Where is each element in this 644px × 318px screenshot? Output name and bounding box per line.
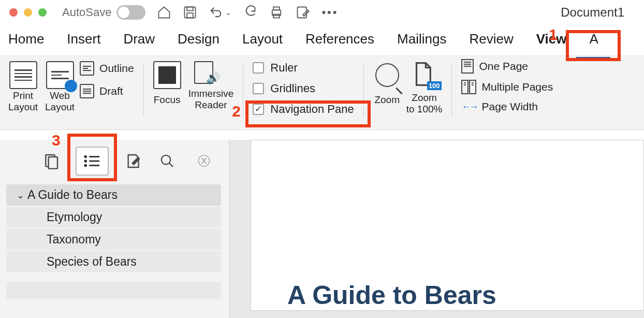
chevron-down-icon[interactable]: ⌄ [225, 8, 231, 17]
annotation-box-2 [245, 100, 371, 127]
home-icon[interactable] [157, 5, 171, 20]
print-icon[interactable] [269, 5, 284, 20]
gridlines-label: Gridlines [270, 82, 315, 95]
chevron-down-icon: ⌄ [17, 190, 24, 201]
draft-icon [80, 84, 94, 98]
navigation-pane: ⓧ 3 ⌄ A Guide to Bears Etymology Taxonom… [0, 140, 230, 318]
annotation-1: 1 [549, 26, 558, 44]
save-icon[interactable] [183, 5, 197, 20]
page-width-button[interactable]: ← → Page Width [461, 100, 553, 113]
focus-button[interactable]: Focus [153, 59, 181, 106]
heading-item[interactable]: Etymology [6, 207, 221, 228]
zoom-button[interactable]: Zoom [373, 59, 401, 106]
minimize-window-button[interactable] [24, 8, 32, 17]
heading-item[interactable]: Taxonomy [6, 229, 221, 250]
gridlines-checkbox[interactable]: Gridlines [253, 82, 354, 95]
svg-rect-0 [185, 7, 196, 18]
globe-icon [65, 80, 77, 92]
tab-home[interactable]: Home [8, 31, 44, 47]
draft-view-button[interactable]: Draft [80, 84, 134, 98]
annotation-3: 3 [52, 132, 61, 149]
page-width-icon: ← → [461, 102, 476, 112]
svg-rect-4 [274, 7, 280, 10]
show-group: Ruler Gridlines ✓ Navigation Pane 2 [246, 59, 360, 129]
nav-pane-toolbar: ⓧ 3 [0, 140, 229, 177]
print-layout-icon [9, 61, 37, 89]
print-layout-button[interactable]: Print Layout [8, 59, 38, 113]
undo-button[interactable]: ⌄ [209, 5, 231, 20]
annotation-2: 2 [232, 103, 241, 120]
100-badge: 100 [427, 81, 442, 90]
tab-review[interactable]: Review [469, 31, 513, 47]
multiple-pages-icon [461, 80, 476, 94]
autosave-toggle[interactable] [116, 5, 145, 20]
one-page-icon [461, 59, 474, 74]
thumbnails-tab[interactable] [41, 151, 61, 171]
focus-label: Focus [154, 94, 181, 106]
immersive-reader-button[interactable]: 🔊 Immersive Reader [188, 59, 234, 111]
page-views-group: One Page Multiple Pages ← → Page Width [455, 59, 559, 129]
web-layout-label: Web Layout [45, 90, 75, 113]
outline-label: Outline [99, 62, 134, 75]
print-layout-label: Print Layout [8, 90, 38, 113]
redo-button[interactable] [243, 5, 257, 20]
fullscreen-window-button[interactable] [38, 8, 47, 17]
headings-list: ⌄ A Guide to Bears Etymology Taxonomy Sp… [0, 184, 229, 299]
multiple-pages-label: Multiple Pages [481, 81, 553, 93]
tab-layout[interactable]: Layout [242, 31, 283, 47]
results-edit-tab[interactable] [123, 151, 143, 171]
tab-insert[interactable]: Insert [67, 31, 100, 47]
ruler-checkbox[interactable]: Ruler [253, 61, 354, 75]
zoom-group: Zoom 100 Zoom to 100% [367, 59, 449, 129]
zoom-label: Zoom [374, 94, 400, 106]
svg-rect-2 [187, 13, 194, 18]
quick-access-toolbar: ⌄ ••• [157, 5, 338, 20]
views-group: Print Layout Web Layout Outline Draft [2, 59, 140, 129]
multiple-pages-button[interactable]: Multiple Pages [461, 80, 553, 94]
draft-label: Draft [99, 85, 123, 97]
heading-item[interactable]: ⌄ A Guide to Bears [6, 184, 221, 206]
annotation-box-1 [566, 30, 621, 61]
immersive-group: Focus 🔊 Immersive Reader [147, 59, 240, 129]
heading-label: Taxonomy [47, 233, 101, 246]
svg-rect-5 [274, 15, 280, 18]
heading-label: A Guide to Bears [27, 188, 118, 202]
one-page-button[interactable]: One Page [461, 59, 553, 74]
autosave-label: AutoSave [62, 6, 111, 19]
document-page: A Guide to Bears [251, 140, 644, 311]
tab-references[interactable]: References [305, 31, 374, 47]
magnifier-icon [375, 63, 399, 87]
page-width-label: Page Width [481, 100, 538, 113]
web-layout-icon [46, 61, 74, 89]
save-edit-icon[interactable] [296, 5, 310, 20]
outline-view-button[interactable]: Outline [80, 61, 134, 76]
heading-label: Species of Bears [47, 255, 137, 268]
tab-design[interactable]: Design [178, 31, 219, 47]
overflow-button[interactable]: ••• [321, 6, 338, 19]
document-heading[interactable]: A Guide to Bears [287, 280, 607, 310]
outline-icon [80, 61, 94, 76]
heading-item[interactable]: Species of Bears [6, 251, 221, 272]
window-controls [9, 8, 47, 17]
ruler-label: Ruler [270, 61, 298, 75]
tab-mailings[interactable]: Mailings [397, 31, 446, 47]
ribbon: Print Layout Web Layout Outline Draft Fo… [0, 55, 644, 130]
tab-draw[interactable]: Draw [123, 31, 155, 47]
heading-item-blank [6, 282, 221, 299]
close-window-button[interactable] [9, 8, 18, 17]
separator [143, 63, 144, 117]
svg-rect-1 [187, 7, 194, 11]
ribbon-tabs: Home Insert Draw Design Layout Reference… [0, 26, 644, 55]
svg-rect-8 [49, 157, 57, 169]
document-title: Document1 [561, 5, 624, 20]
web-layout-button[interactable]: Web Layout [45, 59, 75, 113]
checkbox-icon [253, 83, 264, 94]
svg-point-15 [162, 155, 171, 165]
zoom-100-button[interactable]: 100 Zoom to 100% [406, 59, 443, 115]
zoom-100-label: Zoom to 100% [406, 92, 443, 115]
document-viewport[interactable]: A Guide to Bears [230, 140, 644, 318]
heading-label: Etymology [47, 210, 102, 224]
close-nav-pane-button[interactable]: ⓧ [194, 151, 214, 171]
search-button[interactable] [157, 151, 177, 171]
one-page-label: One Page [479, 60, 528, 73]
